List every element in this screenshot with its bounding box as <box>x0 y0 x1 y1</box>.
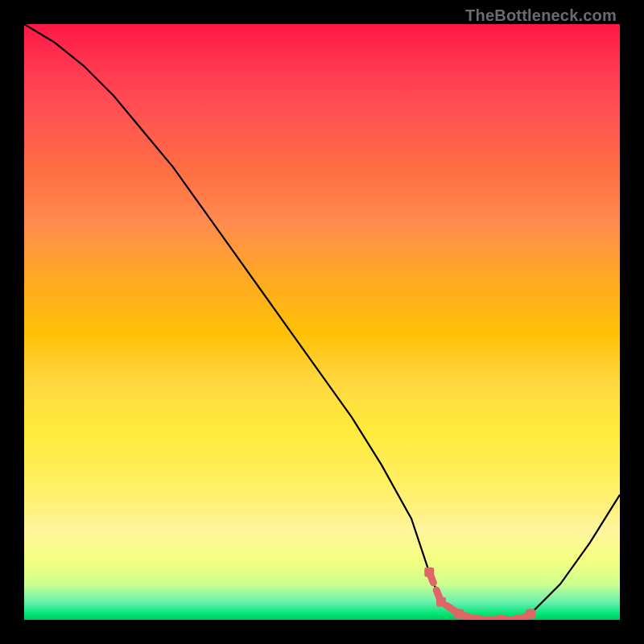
marker-dot <box>436 597 446 607</box>
marker-band-line <box>429 572 530 620</box>
marker-dot <box>472 615 481 620</box>
bottleneck-chart: TheBottleneck.com <box>0 0 644 644</box>
marker-dot <box>454 609 464 619</box>
marker-dot <box>514 615 523 620</box>
marker-dot <box>496 615 506 620</box>
watermark-text: TheBottleneck.com <box>465 6 617 25</box>
curve-layer <box>24 24 620 620</box>
bottleneck-curve-line <box>24 24 620 620</box>
marker-band <box>424 568 535 620</box>
marker-dot <box>424 568 434 577</box>
plot-area <box>24 24 620 620</box>
marker-dot <box>526 609 535 619</box>
